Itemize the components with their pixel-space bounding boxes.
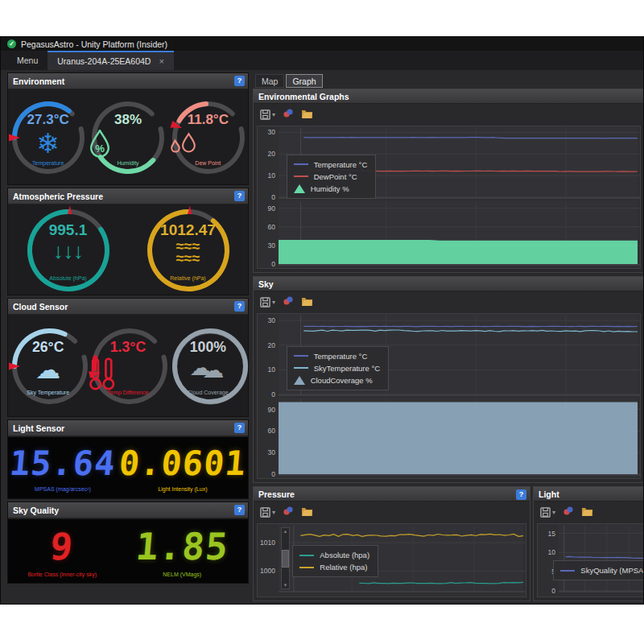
legend-marker	[560, 570, 575, 572]
legend-marker	[294, 355, 308, 357]
help-button[interactable]: ?	[234, 301, 245, 312]
svg-text:90: 90	[268, 204, 276, 213]
gauge-label: Relative (hPa)	[143, 275, 233, 281]
save-dropdown-caret[interactable]: ▾	[272, 111, 275, 118]
cloud-sun-icon: ☁	[35, 357, 60, 382]
svg-text:1000: 1000	[260, 567, 275, 575]
legend-marker	[294, 163, 308, 165]
style-palette-button[interactable]	[283, 505, 294, 519]
tab-menu[interactable]: Menu	[7, 51, 47, 70]
save-button[interactable]: ▾	[260, 109, 275, 120]
chart-area: 10101000Absolute (hpa)Relative (hpa)▲▼	[257, 523, 526, 597]
vertical-scrollbar[interactable]: ▲▼	[281, 527, 290, 589]
svg-text:60: 60	[268, 223, 276, 231]
open-folder-button[interactable]	[301, 295, 313, 309]
snowflake-icon: ❄	[36, 130, 60, 157]
sky-quality-readouts: 9Bortle Class (Inner-city sky)1.85NELM (…	[8, 519, 248, 583]
tab-graph[interactable]: Graph	[286, 74, 322, 88]
svg-text:0: 0	[271, 470, 275, 477]
open-folder-button[interactable]	[301, 107, 313, 122]
help-button[interactable]: ?	[234, 423, 245, 433]
gauge-value: 27.3°C	[8, 112, 88, 128]
help-button[interactable]: ?	[516, 489, 526, 500]
chart-toolbar: ▾	[534, 502, 644, 522]
help-button[interactable]: ?	[234, 505, 245, 515]
chart-area: 3020100Temperature °CSkyTemperature °CCl…	[257, 313, 641, 479]
tab-map[interactable]: Map	[255, 74, 284, 88]
chart-legend: Temperature °CSkyTemperature °CCloudCove…	[287, 346, 389, 390]
style-palette-button[interactable]	[563, 505, 574, 519]
gauge-cloud-coverage: 100%☁☁Cloud Coverage	[168, 324, 248, 408]
legend-label: Temperature °C	[314, 160, 368, 169]
readout-label: NELM (VMags)	[136, 572, 229, 577]
save-dropdown-caret[interactable]: ▾	[272, 299, 275, 306]
readout-nelm-vmags-: 1.85NELM (VMags)	[136, 525, 229, 577]
environment-gauges: 27.3°C❄Temperature38%%Humidity11.8°CDew …	[8, 90, 248, 184]
legend-label: CloudCoverage %	[311, 376, 373, 385]
gauge-value: 26°C	[8, 339, 88, 356]
chart-legend: SkyQuality (MPSAS)	[553, 560, 644, 580]
chart-toolbar: ▾	[254, 104, 644, 125]
gauge-value: 11.8°C	[168, 112, 248, 128]
sky-quality-panel: Sky Quality ? 9Bortle Class (Inner-city …	[7, 502, 249, 584]
gauge-temperature: 27.3°C❄Temperature	[8, 97, 88, 178]
gauge-label: Sky Temperature	[8, 390, 88, 395]
style-palette-button[interactable]	[283, 295, 294, 309]
title-bar: ✓ PegasusAstro - Unity Platform (Insider…	[1, 37, 643, 51]
save-button[interactable]: ▾	[260, 297, 275, 308]
svg-text:10: 10	[268, 365, 276, 374]
app-logo-icon: ✓	[7, 39, 16, 48]
cloud-gauges: 26°C☁Sky Temperature1.3°CTemp Difference…	[8, 316, 248, 416]
svg-text:20: 20	[268, 150, 276, 158]
svg-text:30: 30	[268, 316, 276, 324]
clouds-icon: ☁☁	[186, 357, 229, 383]
environment-panel: Environment ? 27.3°C❄Temperature38%%Humi…	[7, 72, 249, 185]
open-folder-button[interactable]	[301, 505, 313, 519]
readout-bortle-class-inner-city-sky-: 9Bortle Class (Inner-city sky)	[27, 525, 97, 577]
legend-label: Relative (hpa)	[320, 563, 367, 572]
style-palette-button[interactable]	[283, 107, 294, 122]
panel-title: Sky	[254, 277, 644, 291]
save-dropdown-caret[interactable]: ▾	[272, 509, 275, 516]
panel-title: Cloud Sensor ?	[8, 299, 248, 315]
scroll-down-arrow[interactable]: ▼	[283, 582, 288, 588]
chart-area: 3020100Temperature °CDewPoint °CHumidity…	[257, 126, 641, 269]
gauge-value: 995.1	[23, 221, 114, 239]
help-button[interactable]: ?	[234, 191, 245, 201]
help-button[interactable]: ?	[234, 76, 245, 86]
legend-label: Absolute (hpa)	[320, 551, 369, 559]
legend-marker	[294, 184, 305, 193]
svg-text:20: 20	[268, 341, 276, 349]
readout-value: 1.85	[134, 525, 230, 568]
light-sensor-panel: Light Sensor ? 15.64MPSAS (mag/arcsec²)0…	[7, 419, 249, 499]
svg-text:90: 90	[268, 406, 276, 414]
chart-toolbar: ▾	[254, 502, 530, 522]
window-title: PegasusAstro - Unity Platform (Insider)	[21, 39, 167, 49]
legend-marker	[294, 175, 308, 177]
scrollbar-thumb[interactable]	[282, 550, 289, 568]
gauge-label: Cloud Coverage	[168, 390, 248, 395]
readout-value: 9	[26, 525, 98, 568]
svg-text:10: 10	[268, 171, 276, 180]
svg-text:30: 30	[268, 128, 276, 136]
gauge-dew-point: 11.8°CDew Point	[168, 97, 248, 178]
svg-text:0: 0	[271, 193, 275, 200]
light-readouts: 15.64MPSAS (mag/arcsec²)0.0601Light Inte…	[8, 437, 248, 498]
readout-label: MPSAS (mag/arcsec²)	[10, 486, 115, 492]
svg-text:10: 10	[548, 548, 556, 556]
waves-icon: ≈≈≈≈≈≈	[176, 241, 200, 264]
save-button[interactable]: ▾	[260, 507, 275, 518]
panel-title: Environmental Graphs	[254, 89, 644, 104]
chart-toolbar: ▾	[254, 291, 644, 312]
svg-text:60: 60	[268, 427, 276, 435]
save-dropdown-caret[interactable]: ▾	[552, 509, 555, 516]
gauge-temp-difference: 1.3°CTemp Difference	[88, 324, 167, 408]
chart-area: 151050SkyQuality (MPSAS)	[537, 523, 644, 597]
close-tab-icon[interactable]: ×	[159, 56, 163, 66]
open-folder-button[interactable]	[581, 505, 593, 519]
scroll-up-arrow[interactable]: ▲	[283, 528, 288, 535]
save-button[interactable]: ▾	[540, 507, 555, 518]
tab-device[interactable]: Uranus-204A-25EA604D ×	[47, 51, 174, 70]
legend-label: Humidity %	[311, 184, 349, 193]
readout-value: 15.64	[8, 444, 118, 483]
